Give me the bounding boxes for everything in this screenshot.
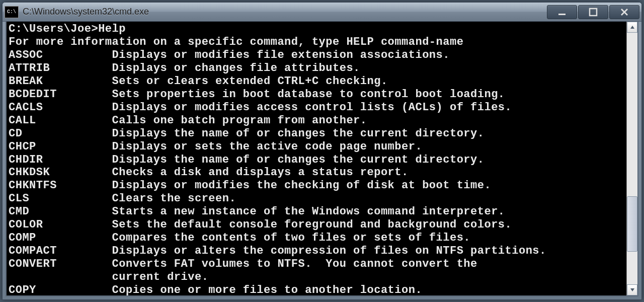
scroll-down-button[interactable] (627, 284, 637, 295)
svg-rect-1 (590, 9, 597, 16)
window-controls (547, 5, 639, 19)
close-icon (620, 8, 629, 17)
command-prompt-window: C:\ C:\Windows\system32\cmd.exe C:\Users… (2, 2, 642, 300)
maximize-button[interactable] (578, 5, 608, 19)
terminal-output[interactable]: C:\Users\Joe>Help For more information o… (7, 22, 626, 295)
vertical-scrollbar[interactable] (626, 22, 637, 295)
window-title: C:\Windows\system32\cmd.exe (23, 7, 547, 17)
maximize-icon (589, 8, 598, 17)
scroll-up-button[interactable] (627, 22, 637, 33)
scroll-track[interactable] (627, 33, 637, 284)
minimize-button[interactable] (547, 5, 577, 19)
scroll-thumb[interactable] (627, 196, 637, 252)
cmd-icon: C:\ (5, 6, 19, 18)
titlebar[interactable]: C:\ C:\Windows\system32\cmd.exe (3, 3, 641, 22)
terminal-area: C:\Users\Joe>Help For more information o… (6, 22, 638, 296)
svg-rect-0 (558, 14, 566, 15)
close-button[interactable] (609, 5, 639, 19)
chevron-down-icon (630, 287, 635, 292)
minimize-icon (557, 8, 567, 17)
chevron-up-icon (630, 25, 635, 30)
